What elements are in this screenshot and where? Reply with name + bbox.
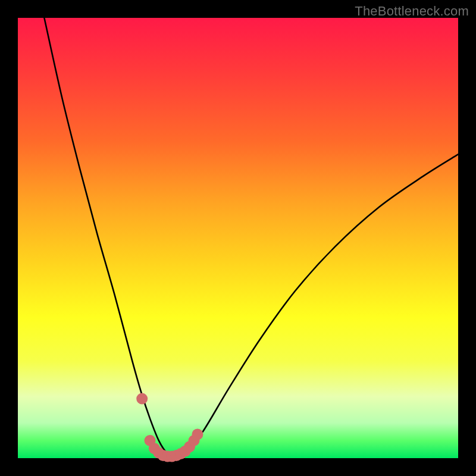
highlight-dot — [136, 393, 148, 405]
watermark-text: TheBottleneck.com — [355, 4, 469, 19]
highlight-dots — [136, 393, 203, 462]
bottleneck-curve — [44, 18, 458, 458]
curve-layer — [18, 18, 458, 458]
plot-area — [18, 18, 458, 458]
chart-frame: TheBottleneck.com — [0, 0, 476, 476]
highlight-dot — [192, 429, 203, 440]
